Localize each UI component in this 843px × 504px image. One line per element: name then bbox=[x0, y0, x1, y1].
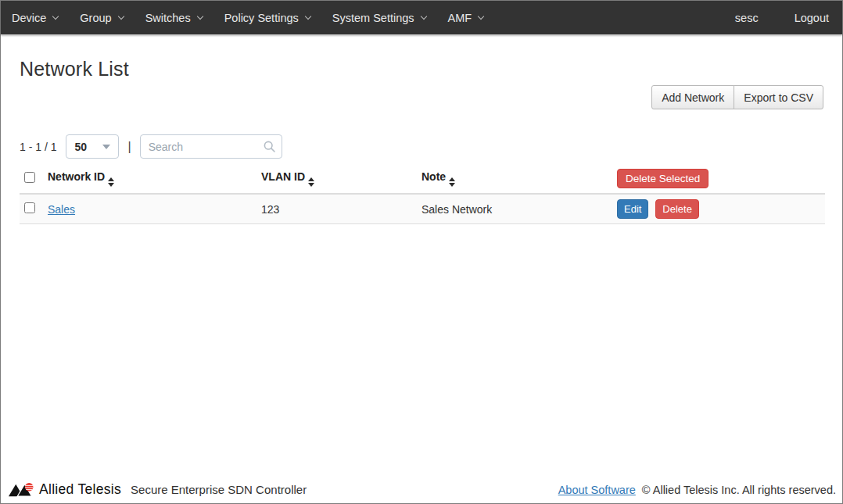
nav-item-label: Group bbox=[80, 12, 111, 24]
chevron-down-icon bbox=[478, 13, 484, 20]
nav-item-label: Device bbox=[12, 12, 46, 24]
column-header-label: VLAN ID bbox=[261, 170, 305, 183]
sort-icon[interactable] bbox=[308, 177, 314, 187]
footer-right: About Software © Allied Telesis Inc. All… bbox=[558, 484, 836, 496]
page-size-dropdown[interactable]: 50 bbox=[66, 134, 119, 159]
product-name: Secure Enterprise SDN Controller bbox=[131, 483, 307, 496]
table-header-row: Network ID VLAN ID Note Delete Selected bbox=[20, 164, 825, 194]
top-navbar: Device Group Switches Policy Settings Sy… bbox=[1, 1, 842, 34]
app-window: Device Group Switches Policy Settings Sy… bbox=[0, 0, 843, 504]
nav-item-system-settings[interactable]: System Settings bbox=[321, 1, 437, 34]
sort-icon[interactable] bbox=[108, 177, 114, 187]
search-box bbox=[140, 134, 282, 159]
select-all-checkbox[interactable] bbox=[24, 172, 35, 183]
note-cell: Sales Network bbox=[422, 194, 617, 224]
search-input[interactable] bbox=[140, 134, 282, 159]
main-content: Network List Add Network Export to CSV 1… bbox=[1, 34, 842, 476]
nav-item-device[interactable]: Device bbox=[10, 1, 69, 34]
vlan-id-cell: 123 bbox=[261, 194, 422, 224]
list-controls: 1 - 1 / 1 50 | bbox=[20, 134, 823, 159]
chevron-down-icon bbox=[52, 13, 59, 20]
toolbar: Add Network Export to CSV bbox=[20, 85, 823, 109]
chevron-down-icon bbox=[305, 13, 311, 20]
footer: Allied Telesis Secure Enterprise SDN Con… bbox=[1, 476, 842, 503]
column-header-label: Note bbox=[422, 170, 446, 183]
copyright-text: © Allied Telesis Inc. All rights reserve… bbox=[642, 484, 836, 496]
chevron-down-icon bbox=[117, 13, 124, 20]
network-id-link[interactable]: Sales bbox=[48, 203, 75, 216]
about-software-link[interactable]: About Software bbox=[558, 484, 636, 496]
export-to-csv-button[interactable]: Export to CSV bbox=[734, 85, 823, 109]
nav-item-label: AMF bbox=[448, 12, 472, 24]
column-header-note[interactable]: Note bbox=[422, 164, 617, 194]
brand-wordmark: Allied Telesis bbox=[39, 481, 121, 498]
controls-separator: | bbox=[127, 140, 131, 154]
nav-item-group[interactable]: Group bbox=[69, 1, 134, 34]
pagination-range: 1 - 1 / 1 bbox=[20, 141, 56, 153]
chevron-down-icon bbox=[196, 13, 203, 20]
table-row: Sales 123 Sales Network Edit Delete bbox=[20, 194, 825, 224]
nav-item-label: Policy Settings bbox=[224, 12, 299, 24]
nav-item-label: Switches bbox=[145, 12, 191, 24]
nav-item-policy-settings[interactable]: Policy Settings bbox=[213, 1, 321, 34]
chevron-down-icon bbox=[420, 13, 426, 20]
row-checkbox[interactable] bbox=[24, 202, 35, 213]
column-header-actions: Delete Selected bbox=[617, 164, 825, 194]
edit-button[interactable]: Edit bbox=[617, 199, 648, 219]
page-size-value: 50 bbox=[74, 141, 87, 153]
dropdown-caret-icon bbox=[102, 145, 110, 149]
column-header-network-id[interactable]: Network ID bbox=[48, 164, 261, 194]
column-header-vlan-id[interactable]: VLAN ID bbox=[261, 164, 422, 194]
add-network-button[interactable]: Add Network bbox=[651, 85, 734, 109]
delete-button[interactable]: Delete bbox=[655, 199, 699, 219]
nav-item-amf[interactable]: AMF bbox=[437, 1, 495, 34]
delete-selected-button[interactable]: Delete Selected bbox=[617, 169, 708, 188]
sort-icon[interactable] bbox=[449, 177, 455, 187]
column-header-label: Network ID bbox=[48, 170, 105, 183]
logout-link[interactable]: Logout bbox=[769, 12, 830, 24]
nav-item-switches[interactable]: Switches bbox=[135, 1, 213, 34]
navbar-right: sesc Logout bbox=[724, 12, 830, 24]
nav-item-label: System Settings bbox=[332, 12, 414, 24]
allied-telesis-logo-icon bbox=[9, 481, 34, 499]
page-title: Network List bbox=[20, 58, 823, 80]
logged-in-username: sesc bbox=[724, 12, 769, 24]
network-table: Network ID VLAN ID Note Delete Selected bbox=[20, 164, 825, 224]
